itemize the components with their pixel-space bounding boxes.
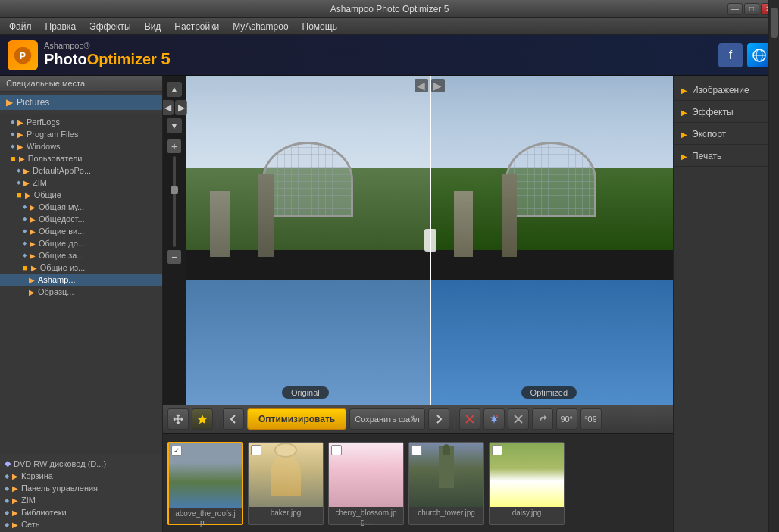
- thumb-item-1[interactable]: baker.jpg: [248, 442, 324, 525]
- sidebar-item-pictures[interactable]: ▶ Pictures: [0, 95, 162, 110]
- folder-icon: ◆: [5, 473, 9, 480]
- pictures-label: Pictures: [17, 97, 49, 108]
- diamond-icon: ◆: [23, 216, 27, 222]
- thumb-item-0[interactable]: ✓ above_the_roofs.jp...: [167, 442, 243, 525]
- svg-marker-5: [198, 415, 208, 424]
- tree-item-examples[interactable]: ▶ Образц...: [0, 286, 162, 298]
- sidebar-item-trash[interactable]: ◆ ▶ Корзина: [0, 470, 162, 482]
- right-panel-effects[interactable]: ▶ Эффекты: [674, 102, 779, 123]
- thumb-checkbox-4[interactable]: [492, 445, 502, 455]
- pan-right-button[interactable]: ▶: [175, 100, 187, 115]
- zoom-thumb[interactable]: [171, 186, 178, 194]
- diamond-icon: ◆: [23, 204, 27, 210]
- file-tree: ◆ ▶ PerfLogs ◆ ▶ Program Files ◆ ▶ Windo…: [0, 113, 162, 455]
- thumb-item-2[interactable]: cherry_blossom.jpg...: [328, 442, 404, 525]
- menu-view[interactable]: Вид: [139, 20, 167, 33]
- sidebar-item-network[interactable]: ◆ ▶ Сеть: [0, 518, 162, 530]
- menu-myashampoo[interactable]: MyAshampoo: [227, 20, 294, 33]
- tree-item-obshaya[interactable]: ◆ ▶ Общая му...: [0, 201, 162, 213]
- folder-arrow-icon: ▶: [17, 142, 23, 151]
- pan-down-button[interactable]: ▼: [167, 118, 182, 133]
- menu-settings[interactable]: Настройки: [168, 20, 225, 33]
- undo-button[interactable]: [532, 408, 553, 430]
- pan-up-button[interactable]: ▲: [167, 82, 182, 97]
- diamond-icon: ◆: [11, 131, 14, 137]
- move-tool-button[interactable]: [167, 408, 189, 430]
- sidebar-item-dvd[interactable]: ◆ DVD RW дисковод (D...): [0, 457, 162, 470]
- next-image-button[interactable]: ▶: [431, 79, 445, 92]
- comparison-divider[interactable]: [430, 76, 431, 405]
- tree-item-defaultapp[interactable]: ◆ ▶ DefaultAppPo...: [0, 164, 162, 177]
- arrow-icon: ▶: [681, 108, 687, 117]
- folder-arrow-icon: ▶: [30, 227, 36, 236]
- right-panel-print[interactable]: ▶ Печать: [674, 146, 779, 167]
- tree-item-obshie[interactable]: ■ ▶ Общие: [0, 189, 162, 201]
- diamond-icon: ◆: [11, 119, 14, 125]
- folder-arrow-icon: ▶: [30, 252, 36, 260]
- tree-item-obshie-books[interactable]: ◆ ▶ Общие за...: [0, 249, 162, 261]
- divider-handle[interactable]: [424, 229, 436, 252]
- minimize-button[interactable]: —: [727, 3, 743, 15]
- delete-button[interactable]: [459, 408, 480, 430]
- folder-arrow-icon: ▶: [19, 155, 25, 163]
- rotate-right-button[interactable]: 90°: [580, 408, 602, 430]
- diamond-icon: ◆: [5, 509, 9, 516]
- app-logo: P Ashampoo® PhotoOptimizer 5: [8, 40, 171, 70]
- tree-item-obshie-video[interactable]: ◆ ▶ Общие ви...: [0, 225, 162, 237]
- thumb-checkbox-0[interactable]: ✓: [171, 446, 182, 456]
- menu-effects[interactable]: Эффекты: [83, 20, 137, 33]
- facebook-icon[interactable]: f: [718, 43, 743, 67]
- tree-item-perflogs[interactable]: ◆ ▶ PerfLogs: [0, 116, 162, 128]
- thumb-name-4: daisy.jpg: [510, 507, 544, 519]
- thumb-checkbox-3[interactable]: [411, 445, 422, 455]
- tree-item-obshie-doc[interactable]: ◆ ▶ Общие до...: [0, 237, 162, 249]
- right-panel-export[interactable]: ▶ Экспорт: [674, 124, 779, 145]
- auto-optimize-button[interactable]: [483, 408, 505, 430]
- close-button[interactable]: [508, 408, 529, 430]
- zoom-out-button[interactable]: −: [167, 250, 181, 264]
- thumb-checkbox-2[interactable]: [331, 445, 342, 455]
- save-file-button[interactable]: Сохранить файл: [349, 408, 424, 430]
- logo-icon: P: [8, 40, 38, 70]
- rotate-left-button[interactable]: 90°: [556, 408, 577, 430]
- tree-item-ashampoo[interactable]: ▶ Ashamp...: [0, 274, 162, 286]
- back-button[interactable]: [223, 408, 244, 430]
- thumb-item-4[interactable]: daisy.jpg: [489, 442, 565, 525]
- thumb-checkbox-1[interactable]: [251, 445, 261, 455]
- diamond-icon: ◆: [5, 485, 9, 492]
- optimize-button[interactable]: Оптимизировать: [247, 408, 346, 430]
- tree-item-users[interactable]: ■ ▶ Пользователи: [0, 152, 162, 164]
- maximize-button[interactable]: □: [744, 3, 759, 15]
- dome: [262, 142, 353, 217]
- tree-item-programfiles[interactable]: ◆ ▶ Program Files: [0, 128, 162, 140]
- svg-line-8: [496, 415, 498, 417]
- tree-item-obshie-images[interactable]: ■ ▶ Общие из...: [0, 261, 162, 274]
- sidebar-item-libraries[interactable]: ◆ ▶ Библиотеки: [0, 506, 162, 518]
- sidebar-item-dvd-label: DVD RW дисковод (D...): [14, 459, 106, 468]
- right-panel-image[interactable]: ▶ Изображение: [674, 80, 779, 101]
- photo-comparison: Original Optimized: [186, 76, 673, 405]
- menu-edit[interactable]: Правка: [39, 20, 83, 33]
- folder-icon: ▶: [6, 97, 13, 108]
- zoom-in-button[interactable]: +: [167, 139, 181, 153]
- photo-area: ◀ ▶: [186, 76, 673, 405]
- sidebar: Специальные места ▶ Pictures ◆ ▶ PerfLog…: [0, 76, 163, 532]
- panel-image-label: Изображение: [692, 85, 749, 95]
- drive-icon: ◆: [5, 458, 11, 468]
- sidebar-item-control-panel[interactable]: ◆ ▶ Панель управления: [0, 482, 162, 494]
- thumbnail-strip: ✓ above_the_roofs.jp... baker.jpg: [163, 433, 673, 532]
- prev-image-button[interactable]: ◀: [415, 79, 428, 92]
- zoom-track[interactable]: [173, 156, 176, 247]
- pan-left-button[interactable]: ◀: [163, 100, 174, 115]
- star-button[interactable]: [192, 408, 213, 430]
- window-title: Ashampoo Photo Optimizer 5: [330, 4, 449, 14]
- thumb-item-3[interactable]: church_tower.jpg: [408, 442, 484, 525]
- tree-item-obshchedost[interactable]: ◆ ▶ Общедост...: [0, 213, 162, 225]
- tree-item-windows[interactable]: ◆ ▶ Windows: [0, 140, 162, 152]
- tree-item-zim[interactable]: ◆ ▶ ZIM: [0, 177, 162, 189]
- menu-help[interactable]: Помощь: [296, 20, 343, 33]
- optimized-label: Optimized: [521, 386, 577, 399]
- forward-button[interactable]: [428, 408, 449, 430]
- menu-file[interactable]: Файл: [3, 20, 38, 33]
- sidebar-item-zim2[interactable]: ◆ ▶ ZIM: [0, 494, 162, 506]
